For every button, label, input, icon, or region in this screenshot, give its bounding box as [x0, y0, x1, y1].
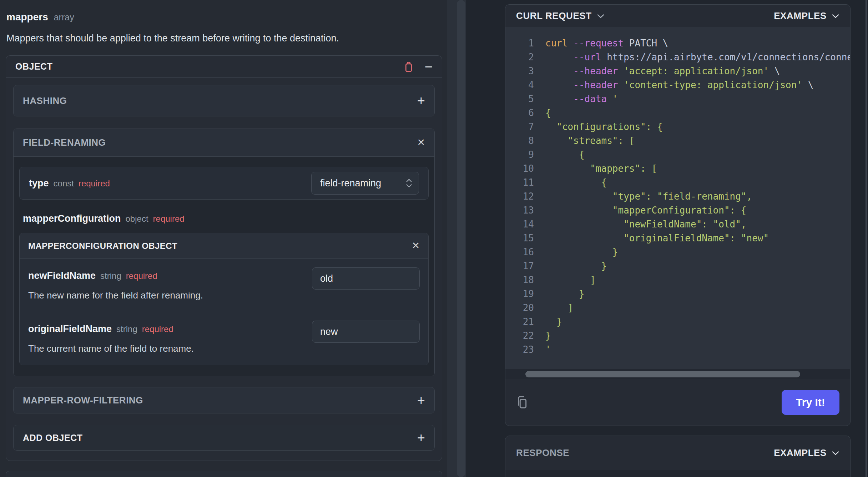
- code-text: curl --request PATCH \: [545, 36, 668, 50]
- code-line: 9 {: [505, 148, 850, 162]
- code-line: 10 "mappers": [: [505, 162, 850, 176]
- line-number: 19: [510, 287, 534, 301]
- try-it-button[interactable]: Try It!: [782, 390, 839, 415]
- curl-panel-header: CURL REQUEST EXAMPLES: [505, 5, 850, 27]
- curl-request-title: CURL REQUEST: [516, 10, 592, 21]
- horizontal-scrollbar-thumb[interactable]: [525, 371, 800, 377]
- line-number: 8: [510, 134, 534, 148]
- vertical-scrollbar-thumb[interactable]: [457, 0, 465, 477]
- line-number: 15: [510, 231, 534, 245]
- curl-request-dropdown[interactable]: CURL REQUEST: [516, 10, 605, 21]
- line-number: 6: [510, 106, 534, 120]
- line-number: 9: [510, 148, 534, 162]
- new-field-name-input[interactable]: [312, 267, 420, 290]
- code-text: ': [545, 343, 551, 357]
- response-panel: RESPONSE EXAMPLES: [505, 436, 851, 477]
- section-hashing-label: HASHING: [23, 95, 67, 106]
- section-mapper-row-filtering-label: MAPPER-ROW-FILTERING: [23, 395, 143, 406]
- line-number: 5: [510, 92, 534, 106]
- code-text: "mappers": [: [545, 162, 657, 176]
- required-badge: required: [126, 271, 157, 281]
- field-kind-label: const: [54, 179, 74, 189]
- code-line: 17 }: [505, 259, 850, 273]
- section-hashing[interactable]: HASHING +: [13, 85, 435, 116]
- delete-object-button[interactable]: [403, 61, 414, 73]
- field-kind-label: string: [100, 271, 121, 281]
- field-name-label: originalFieldName: [28, 323, 112, 335]
- code-text: --header 'accept: application/json' \: [545, 64, 780, 78]
- code-line: 18 ]: [505, 273, 850, 287]
- original-field-name-input[interactable]: [312, 321, 420, 343]
- new-field-name-meta: newFieldName string required The new nam…: [28, 267, 203, 301]
- section-mapper-row-filtering[interactable]: MAPPER-ROW-FILTERING +: [13, 387, 435, 413]
- plus-icon: +: [417, 431, 425, 445]
- code-line: 5 --data ': [505, 92, 850, 106]
- page-scrollbar[interactable]: [866, 0, 867, 477]
- panel-divider: [447, 0, 466, 477]
- code-block: 1curl --request PATCH \2 --url https://a…: [505, 27, 850, 379]
- property-type-badge: array: [54, 12, 74, 22]
- add-object-button[interactable]: ADD OBJECT +: [13, 425, 435, 451]
- type-property-meta: type const required: [29, 178, 110, 189]
- code-text: --header 'content-type: application/json…: [545, 78, 813, 92]
- code-text: "mapperConfiguration": {: [545, 204, 747, 217]
- close-icon: ✕: [417, 138, 425, 147]
- code-line: 20 ]: [505, 301, 850, 315]
- type-select[interactable]: field-renaming: [311, 172, 419, 195]
- response-examples-dropdown[interactable]: EXAMPLES: [774, 447, 839, 458]
- add-object-bottom-button[interactable]: ADD OBJECT +: [6, 471, 442, 477]
- code-line: 15 "originalFieldName": "new": [505, 231, 850, 245]
- examples-column: CURL REQUEST EXAMPLES: [466, 0, 868, 477]
- field-renaming-label: FIELD-RENAMING: [23, 137, 106, 148]
- code-line: 21 }: [505, 315, 850, 329]
- line-number: 11: [510, 176, 534, 190]
- line-number: 2: [510, 50, 534, 64]
- code-text: }: [545, 315, 562, 329]
- line-number: 14: [510, 217, 534, 231]
- code-text: }: [545, 245, 618, 259]
- examples-dropdown[interactable]: EXAMPLES: [774, 10, 839, 21]
- original-field-name-meta: originalFieldName string required The cu…: [28, 321, 194, 354]
- collapse-object-button[interactable]: −: [425, 60, 433, 74]
- field-renaming-body: type const required field-renaming: [14, 157, 434, 376]
- code-line: 4 --header 'content-type: application/js…: [505, 78, 850, 92]
- field-description: The current name of the field to rename.: [28, 343, 194, 354]
- property-name: mappers: [6, 11, 48, 23]
- line-number: 20: [510, 301, 534, 315]
- required-badge: required: [79, 179, 110, 189]
- object-card: OBJECT −: [6, 55, 442, 461]
- property-heading: mappers array: [6, 11, 442, 23]
- code-line: 12 "type": "field-renaming",: [505, 190, 850, 204]
- close-mapper-configuration-button[interactable]: ✕: [412, 241, 420, 251]
- type-property-row: type const required field-renaming: [19, 167, 429, 200]
- code-text: {: [545, 148, 585, 162]
- line-number: 13: [510, 204, 534, 217]
- code-text: "originalFieldName": "new": [545, 231, 769, 245]
- code-text: }: [545, 287, 585, 301]
- add-object-label: ADD OBJECT: [23, 433, 83, 443]
- line-number: 18: [510, 273, 534, 287]
- object-card-title: OBJECT: [15, 61, 52, 72]
- mapper-configuration-card: MAPPERCONFIGURATION OBJECT ✕ newFieldNam…: [19, 233, 429, 365]
- code-text: --data ': [545, 92, 618, 106]
- close-field-renaming-button[interactable]: ✕: [417, 138, 425, 147]
- code-line: 8 "streams": [: [505, 134, 850, 148]
- curl-request-panel: CURL REQUEST EXAMPLES: [505, 4, 851, 426]
- curl-panel-footer: Try It!: [505, 379, 850, 426]
- expand-plus-icon: +: [417, 393, 425, 407]
- code-text: ]: [545, 273, 596, 287]
- copy-code-button[interactable]: [515, 394, 530, 411]
- code-line: 19 }: [505, 287, 850, 301]
- line-number: 10: [510, 162, 534, 176]
- line-number: 22: [510, 329, 534, 343]
- code-line: 23': [505, 343, 850, 357]
- type-select-value: field-renaming: [320, 178, 381, 189]
- code-text: --url https://api.airbyte.com/v1/connect…: [545, 50, 850, 64]
- response-title-wrap: RESPONSE: [516, 447, 569, 458]
- code-line: 13 "mapperConfiguration": {: [505, 204, 850, 217]
- code-line: 16 }: [505, 245, 850, 259]
- code-text: }: [545, 259, 607, 273]
- line-number: 17: [510, 259, 534, 273]
- field-kind-label: object: [126, 214, 148, 224]
- schema-panel: mappers array Mappers that should be app…: [0, 0, 447, 477]
